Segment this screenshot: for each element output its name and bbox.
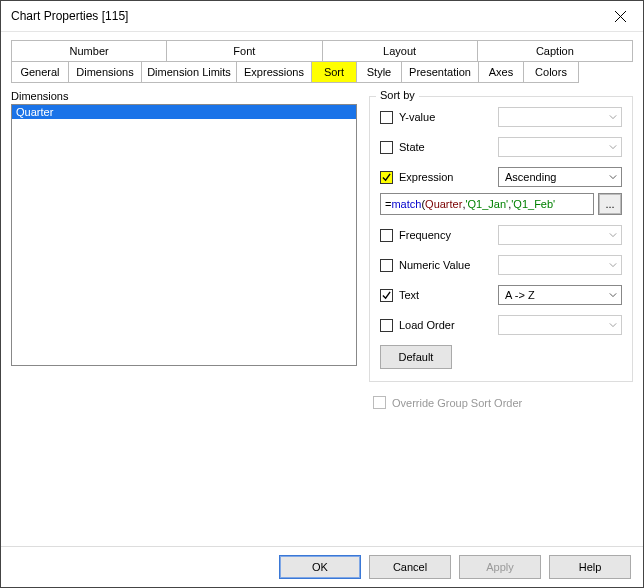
close-icon xyxy=(615,11,626,22)
list-item[interactable]: Quarter xyxy=(12,105,356,119)
tab-layout[interactable]: Layout xyxy=(323,40,478,62)
dimensions-list[interactable]: Quarter xyxy=(11,104,357,366)
check-icon xyxy=(382,291,391,300)
tab-expressions[interactable]: Expressions xyxy=(237,61,312,83)
override-checkbox xyxy=(373,396,386,409)
frequency-checkbox[interactable] xyxy=(380,229,393,242)
loadorder-select[interactable] xyxy=(498,315,622,335)
chevron-down-icon xyxy=(609,113,617,121)
sortby-group: Sort by Y-value State xyxy=(369,96,633,382)
apply-button[interactable]: Apply xyxy=(459,555,541,579)
tab-dimensions[interactable]: Dimensions xyxy=(69,61,142,83)
tab-colors[interactable]: Colors xyxy=(524,61,579,83)
chevron-down-icon xyxy=(609,173,617,181)
default-button[interactable]: Default xyxy=(380,345,452,369)
state-select[interactable] xyxy=(498,137,622,157)
window-title: Chart Properties [115] xyxy=(11,9,128,23)
ellipsis-icon: ... xyxy=(605,198,614,210)
dialog-footer: OK Cancel Apply Help xyxy=(1,546,643,587)
tab-presentation[interactable]: Presentation xyxy=(402,61,479,83)
state-checkbox[interactable] xyxy=(380,141,393,154)
state-label: State xyxy=(399,141,425,153)
tab-axes[interactable]: Axes xyxy=(479,61,524,83)
chart-properties-dialog: Chart Properties [115] Number Font Layou… xyxy=(0,0,644,588)
expression-checkbox[interactable] xyxy=(380,171,393,184)
frequency-label: Frequency xyxy=(399,229,451,241)
chevron-down-icon xyxy=(609,231,617,239)
chevron-down-icon xyxy=(609,261,617,269)
tab-font[interactable]: Font xyxy=(167,40,322,62)
override-label: Override Group Sort Order xyxy=(392,397,522,409)
ok-button[interactable]: OK xyxy=(279,555,361,579)
expression-select[interactable]: Ascending xyxy=(498,167,622,187)
tab-dimension-limits[interactable]: Dimension Limits xyxy=(142,61,237,83)
loadorder-label: Load Order xyxy=(399,319,455,331)
tab-caption[interactable]: Caption xyxy=(478,40,633,62)
text-checkbox[interactable] xyxy=(380,289,393,302)
tab-number[interactable]: Number xyxy=(11,40,167,62)
tab-strip: Number Font Layout Caption General Dimen… xyxy=(1,32,643,82)
check-icon xyxy=(382,173,391,182)
yvalue-label: Y-value xyxy=(399,111,435,123)
tab-style[interactable]: Style xyxy=(357,61,402,83)
titlebar: Chart Properties [115] xyxy=(1,1,643,32)
yvalue-checkbox[interactable] xyxy=(380,111,393,124)
help-button[interactable]: Help xyxy=(549,555,631,579)
frequency-select[interactable] xyxy=(498,225,622,245)
text-select[interactable]: A -> Z xyxy=(498,285,622,305)
numeric-checkbox[interactable] xyxy=(380,259,393,272)
yvalue-select[interactable] xyxy=(498,107,622,127)
chevron-down-icon xyxy=(609,143,617,151)
dimensions-label: Dimensions xyxy=(11,90,357,102)
loadorder-checkbox[interactable] xyxy=(380,319,393,332)
text-label: Text xyxy=(399,289,419,301)
tab-sort[interactable]: Sort xyxy=(312,61,357,83)
sortby-legend: Sort by xyxy=(376,89,419,101)
chevron-down-icon xyxy=(609,321,617,329)
tab-general[interactable]: General xyxy=(11,61,69,83)
numeric-select[interactable] xyxy=(498,255,622,275)
numeric-label: Numeric Value xyxy=(399,259,470,271)
cancel-button[interactable]: Cancel xyxy=(369,555,451,579)
expression-builder-button[interactable]: ... xyxy=(598,193,622,215)
tab-content: Dimensions Quarter Sort by Y-value xyxy=(1,82,643,546)
expression-input[interactable]: =match(Quarter,'Q1_Jan','Q1_Feb' xyxy=(380,193,594,215)
chevron-down-icon xyxy=(609,291,617,299)
expression-label: Expression xyxy=(399,171,453,183)
close-button[interactable] xyxy=(597,1,643,31)
